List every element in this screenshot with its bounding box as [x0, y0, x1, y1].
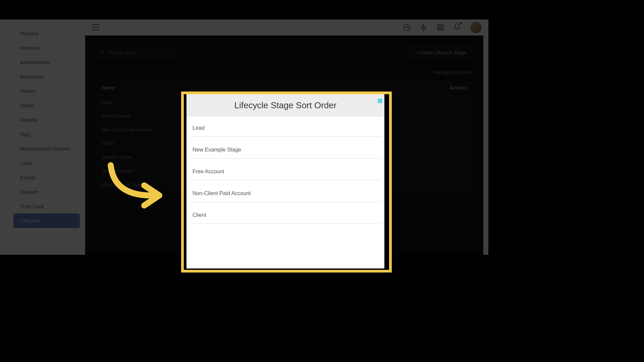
stage-item-lead[interactable]: Lead: [190, 115, 381, 137]
close-icon[interactable]: ✖: [377, 97, 383, 106]
stage-item-new-example[interactable]: New Example Stage: [190, 137, 381, 159]
modal-header: Lifecycle Stage Sort Order ✖: [186, 94, 384, 117]
stage-item-free-account[interactable]: Free Account: [190, 159, 381, 180]
sort-order-modal: Lifecycle Stage Sort Order ✖ Lead New Ex…: [181, 92, 392, 273]
stage-item-client[interactable]: Client: [190, 202, 381, 224]
stage-item-non-client-paid[interactable]: Non-Client Paid Account: [190, 180, 381, 202]
modal-body[interactable]: Lead New Example Stage Free Account Non-…: [186, 115, 384, 268]
modal-title: Lifecycle Stage Sort Order: [234, 100, 337, 110]
